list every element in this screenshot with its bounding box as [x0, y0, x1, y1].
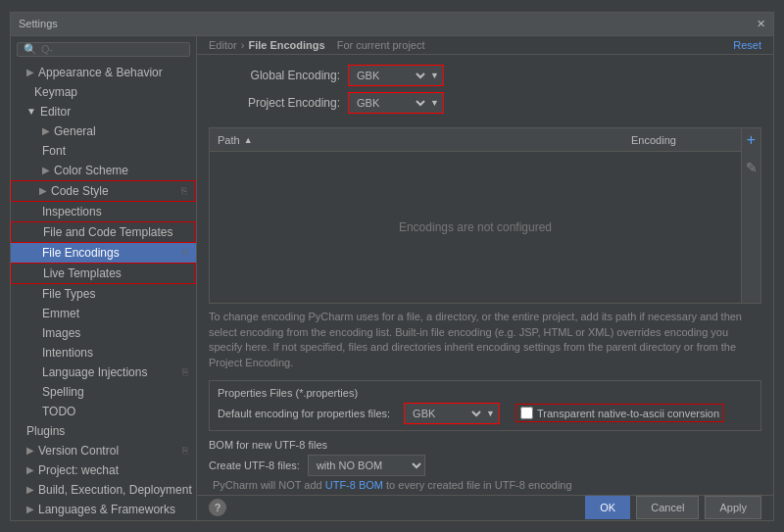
project-encoding-row: Project Encoding: GBK UTF-8 ISO-8859-1 ▼: [213, 92, 758, 114]
sidebar-item-keymap[interactable]: Keymap: [11, 82, 196, 102]
transparent-checkbox-row: Transparent native-to-ascii conversion: [515, 404, 724, 422]
sidebar-item-appearance[interactable]: ▶ Appearance & Behavior: [11, 63, 196, 82]
description-text: To change encoding PyCharm uses for a fi…: [209, 311, 742, 367]
search-placeholder: Q-: [41, 43, 53, 55]
encoding-form: Global Encoding: GBK UTF-8 ISO-8859-1 ▼ …: [197, 55, 773, 127]
sidebar-item-live-templates[interactable]: Live Templates: [11, 263, 196, 284]
bom-note: PyCharm will NOT add UTF-8 BOM to every …: [213, 479, 761, 491]
sidebar-item-project-wechat[interactable]: ▶ Project: wechat: [11, 460, 196, 480]
table-actions: + ✎: [741, 128, 760, 303]
properties-row: Default encoding for properties files: G…: [218, 403, 753, 424]
table-body: Encodings are not configured: [210, 152, 741, 303]
breadcrumb-for-project: For current project: [337, 39, 425, 51]
encoding-table: Path ▲ Encoding Encodings are not config…: [209, 127, 761, 304]
arrow-icon: ▼: [26, 106, 36, 117]
properties-section: Properties Files (*.properties) Default …: [209, 380, 761, 431]
close-button[interactable]: ✕: [757, 18, 765, 30]
project-encoding-label: Project Encoding:: [213, 96, 340, 110]
search-box[interactable]: 🔍 Q-: [17, 42, 190, 57]
window-title: Settings: [19, 18, 58, 29]
add-row-button[interactable]: +: [742, 128, 760, 152]
arrow-icon: ▶: [26, 504, 34, 514]
bom-link[interactable]: UTF-8 BOM: [325, 479, 383, 491]
project-encoding-dropdown[interactable]: GBK UTF-8 ISO-8859-1: [353, 96, 428, 110]
breadcrumb: Editor › File Encodings For current proj…: [209, 39, 425, 51]
dropdown-arrow-icon: ▼: [430, 71, 439, 80]
sidebar-item-version-control[interactable]: ▶ Version Control ⎘: [11, 441, 196, 460]
copy-icon: ⎘: [181, 185, 187, 196]
description-area: To change encoding PyCharm uses for a fi…: [209, 310, 761, 370]
sidebar-item-font[interactable]: Font: [11, 141, 196, 161]
arrow-icon: ▶: [26, 464, 34, 475]
transparent-label: Transparent native-to-ascii conversion: [537, 408, 719, 419]
sidebar-item-code-style[interactable]: ▶ Code Style ⎘: [11, 180, 196, 202]
properties-encoding-dropdown[interactable]: GBK UTF-8 ISO-8859-1: [409, 407, 484, 420]
bottom-bar: ? OK Cancel Apply: [197, 495, 773, 520]
breadcrumb-current: File Encodings: [248, 39, 324, 51]
breadcrumb-editor: Editor: [209, 39, 237, 51]
copy-icon: ⎘: [182, 366, 188, 377]
settings-window: Settings ✕ 🔍 Q- ▶ Appearance & Behavior …: [10, 12, 774, 521]
global-encoding-row: Global Encoding: GBK UTF-8 ISO-8859-1 ▼: [213, 65, 758, 86]
sidebar-item-file-encodings[interactable]: File Encodings ⎘: [11, 243, 196, 263]
sidebar-item-file-code-templates[interactable]: File and Code Templates: [11, 221, 196, 243]
table-header: Path ▲ Encoding: [210, 128, 741, 152]
create-utf8-label: Create UTF-8 files:: [209, 459, 300, 471]
arrow-icon: ▶: [42, 125, 50, 136]
sidebar-item-general[interactable]: ▶ General: [11, 121, 196, 141]
encoding-header[interactable]: Encoding: [623, 134, 741, 146]
bom-title: BOM for new UTF-8 files: [209, 439, 761, 451]
sidebar-item-plugins[interactable]: Plugins: [11, 421, 196, 441]
sidebar-item-spelling[interactable]: Spelling: [11, 382, 196, 402]
bom-row: Create UTF-8 files: with NO BOM with BOM…: [209, 455, 761, 476]
properties-encoding-select[interactable]: GBK UTF-8 ISO-8859-1 ▼: [404, 403, 500, 424]
global-encoding-label: Global Encoding:: [213, 69, 340, 82]
arrow-icon: ▶: [42, 165, 50, 175]
project-encoding-select[interactable]: GBK UTF-8 ISO-8859-1 ▼: [348, 92, 444, 114]
breadcrumb-separator: ›: [241, 39, 245, 51]
sidebar-item-file-types[interactable]: File Types: [11, 284, 196, 304]
window-body: 🔍 Q- ▶ Appearance & Behavior Keymap ▼ Ed…: [11, 36, 773, 520]
breadcrumb-bar: Editor › File Encodings For current proj…: [197, 36, 773, 56]
sidebar-item-emmet[interactable]: Emmet: [11, 304, 196, 323]
global-encoding-dropdown[interactable]: GBK UTF-8 ISO-8859-1: [353, 69, 428, 82]
path-header[interactable]: Path ▲: [210, 134, 623, 146]
sidebar-item-editor[interactable]: ▼ Editor: [11, 102, 196, 121]
arrow-icon: ▶: [26, 484, 34, 495]
sidebar-item-languages-frameworks[interactable]: ▶ Languages & Frameworks: [11, 500, 196, 519]
sidebar-item-intentions[interactable]: Intentions: [11, 343, 196, 363]
reset-link[interactable]: Reset: [733, 39, 761, 51]
sidebar-item-color-scheme[interactable]: ▶ Color Scheme: [11, 161, 196, 180]
sidebar-item-inspections[interactable]: Inspections: [11, 202, 196, 221]
properties-title: Properties Files (*.properties): [218, 387, 753, 399]
empty-message: Encodings are not configured: [399, 220, 552, 234]
sidebar: 🔍 Q- ▶ Appearance & Behavior Keymap ▼ Ed…: [11, 36, 197, 520]
apply-button[interactable]: Apply: [705, 496, 761, 519]
bom-select[interactable]: with NO BOM with BOM ask: [308, 455, 425, 476]
arrow-icon: ▶: [26, 67, 34, 77]
sidebar-item-todo[interactable]: TODO: [11, 402, 196, 421]
dropdown-arrow-icon: ▼: [486, 409, 495, 418]
sidebar-item-language-injections[interactable]: Language Injections ⎘: [11, 363, 196, 382]
cancel-button[interactable]: Cancel: [636, 496, 699, 519]
global-encoding-select[interactable]: GBK UTF-8 ISO-8859-1 ▼: [348, 65, 444, 86]
sidebar-item-build-execution[interactable]: ▶ Build, Execution, Deployment: [11, 480, 196, 500]
sidebar-item-images[interactable]: Images: [11, 323, 196, 343]
default-encoding-label: Default encoding for properties files:: [218, 408, 390, 419]
arrow-icon: ▶: [26, 445, 34, 456]
transparent-checkbox[interactable]: [520, 407, 533, 419]
arrow-icon: ▶: [39, 185, 47, 196]
search-icon: 🔍: [24, 43, 37, 56]
copy-icon: ⎘: [182, 445, 188, 456]
main-content: Editor › File Encodings For current proj…: [197, 36, 773, 520]
ok-button[interactable]: OK: [585, 496, 630, 519]
sort-icon: ▲: [244, 135, 253, 145]
edit-row-button[interactable]: ✎: [742, 156, 760, 179]
title-bar: Settings ✕: [11, 13, 773, 36]
bom-section: BOM for new UTF-8 files Create UTF-8 fil…: [209, 439, 761, 491]
dropdown-arrow-icon: ▼: [430, 98, 439, 108]
copy-icon: ⎘: [182, 247, 188, 258]
help-button[interactable]: ?: [209, 499, 226, 516]
sidebar-item-tools[interactable]: ▶ Tools: [11, 519, 196, 520]
